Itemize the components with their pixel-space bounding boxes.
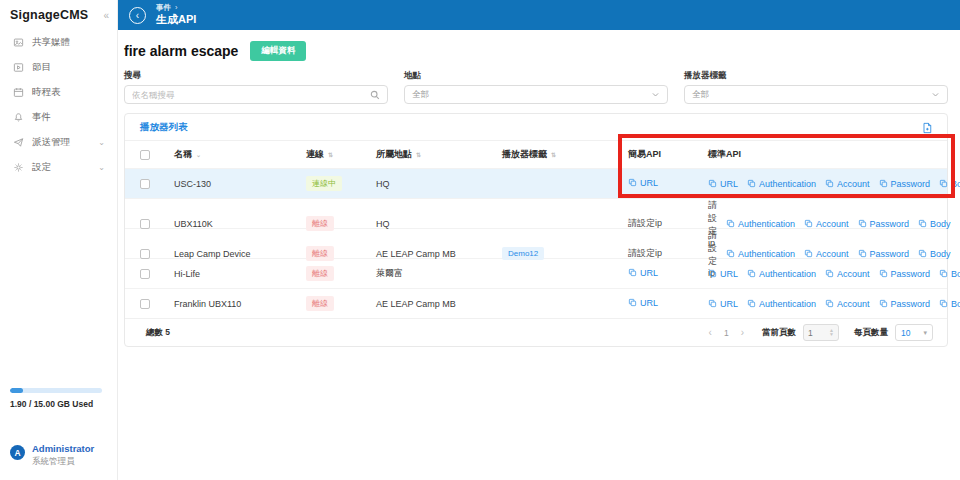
copy-password-link[interactable]: Password — [879, 179, 931, 189]
page-number[interactable]: 1 — [722, 328, 731, 338]
breadcrumb[interactable]: 事件› — [156, 4, 196, 13]
player-name: USC-130 — [165, 179, 297, 189]
player-tag-select[interactable]: 全部 — [684, 85, 948, 104]
total-count: 總數 5 — [146, 327, 170, 339]
table-row[interactable]: USC-130連線中HQURLURLAuthenticationAccountP… — [125, 168, 947, 198]
copy-body-link[interactable]: Body — [918, 249, 951, 259]
sidebar-item-label: 事件 — [32, 111, 51, 124]
column-header-1[interactable]: 名稱⌄ — [165, 148, 297, 161]
copy-url-link[interactable]: URL — [628, 178, 658, 188]
page-header-bar: ‹ 事件› 生成API — [118, 0, 960, 30]
copy-body-link[interactable]: Body — [939, 269, 960, 279]
sort-icon[interactable]: ⌄ — [196, 152, 200, 158]
row-checkbox[interactable] — [140, 179, 150, 189]
export-icon[interactable] — [921, 122, 933, 134]
copy-authentication-link[interactable]: Authentication — [747, 179, 816, 189]
search-input[interactable] — [132, 90, 370, 100]
set-ip-text: 請設定ip — [628, 218, 662, 228]
sidebar-item-4[interactable]: 事件 — [0, 105, 117, 130]
sidebar-item-label: 節目 — [32, 61, 51, 74]
table-row[interactable]: Franklin UBX110離線AE LEAP Camp MBURLURLAu… — [125, 288, 947, 318]
breadcrumb-item[interactable]: 事件 — [156, 3, 171, 12]
breadcrumb-separator: › — [175, 3, 178, 12]
avatar: A — [10, 445, 25, 460]
current-page-input[interactable]: 1 ▲▼ — [803, 324, 839, 341]
copy-icon — [708, 269, 717, 278]
sort-icon[interactable]: ⇅ — [416, 152, 420, 158]
stepper-icons[interactable]: ▲▼ — [829, 329, 834, 336]
copy-icon — [804, 219, 813, 228]
copy-icon — [708, 299, 717, 308]
copy-body-link[interactable]: Body — [918, 219, 951, 229]
copy-url-link[interactable]: URL — [628, 298, 658, 308]
table-body: USC-130連線中HQURLURLAuthenticationAccountP… — [125, 168, 947, 318]
copy-body-link[interactable]: Body — [939, 299, 960, 309]
set-ip-text: 請設定ip — [628, 248, 662, 258]
sort-icon[interactable]: ⇅ — [551, 152, 555, 158]
copy-password-link[interactable]: Password — [858, 249, 910, 259]
storage-progress-fill — [10, 388, 23, 393]
copy-password-link[interactable]: Password — [858, 219, 910, 229]
copy-icon — [879, 269, 888, 278]
row-checkbox[interactable] — [140, 249, 150, 259]
copy-account-link[interactable]: Account — [825, 179, 870, 189]
sidebar-item-label: 派送管理 — [32, 136, 70, 149]
page-size-select[interactable]: 10 ▾ — [895, 324, 933, 341]
copy-authentication-link[interactable]: Authentication — [726, 249, 795, 259]
copy-account-link[interactable]: Account — [825, 269, 870, 279]
media-icon — [13, 37, 24, 48]
player-location: AE LEAP Camp MB — [367, 249, 493, 259]
row-checkbox[interactable] — [140, 219, 150, 229]
sidebar-item-6[interactable]: 設定⌄ — [0, 155, 117, 180]
copy-icon — [939, 269, 948, 278]
search-field[interactable] — [124, 85, 388, 104]
row-checkbox[interactable] — [140, 269, 150, 279]
sidebar-menu: 共享媒體節目時程表事件派送管理⌄設定⌄ — [0, 30, 117, 180]
copy-authentication-link[interactable]: Authentication — [747, 269, 816, 279]
table-row[interactable]: UBX110K離線HQ請設定ip請設定ipAuthenticationAccou… — [125, 198, 947, 228]
copy-account-link[interactable]: Account — [804, 249, 849, 259]
app-logo: SignageCMS — [10, 8, 88, 22]
back-button[interactable]: ‹ — [129, 7, 146, 24]
user-role: 系統管理員 — [32, 456, 94, 468]
copy-authentication-link[interactable]: Authentication — [747, 299, 816, 309]
player-tag-chip: Demo12 — [502, 247, 544, 260]
select-all-checkbox[interactable] — [140, 150, 150, 160]
copy-authentication-link[interactable]: Authentication — [726, 219, 795, 229]
copy-password-link[interactable]: Password — [879, 269, 931, 279]
copy-url-link[interactable]: URL — [628, 268, 658, 278]
copy-url-link[interactable]: URL — [708, 299, 738, 309]
copy-url-link[interactable]: URL — [708, 179, 738, 189]
prev-page-icon[interactable]: ‹ — [706, 327, 715, 338]
schedule-icon — [13, 87, 24, 98]
sidebar-item-2[interactable]: 節目 — [0, 55, 117, 80]
location-select[interactable]: 全部 — [404, 85, 668, 104]
column-header-4[interactable]: 播放器標籤⇅ — [493, 148, 619, 161]
table-row[interactable]: Leap Camp Device離線AE LEAP Camp MBDemo12請… — [125, 228, 947, 258]
storage-progressbar — [10, 388, 102, 393]
sidebar-collapse-icon[interactable]: « — [103, 10, 109, 21]
sort-icon[interactable]: ⇅ — [328, 152, 332, 158]
copy-icon — [708, 179, 717, 188]
user-profile[interactable]: A Administrator 系統管理員 — [10, 443, 107, 472]
copy-password-link[interactable]: Password — [879, 299, 931, 309]
sidebar-item-5[interactable]: 派送管理⌄ — [0, 130, 117, 155]
column-header-3[interactable]: 所屬地點⇅ — [367, 148, 493, 161]
edit-data-button[interactable]: 編輯資料 — [250, 41, 306, 61]
copy-icon — [726, 249, 735, 258]
sidebar-item-3[interactable]: 時程表 — [0, 80, 117, 105]
current-page-label: 當前頁數 — [762, 327, 796, 339]
copy-account-link[interactable]: Account — [825, 299, 870, 309]
column-header-2[interactable]: 連線⇅ — [297, 148, 367, 161]
chevron-down-icon — [651, 90, 660, 99]
copy-account-link[interactable]: Account — [804, 219, 849, 229]
player-name: Hi-Life — [165, 269, 297, 279]
row-checkbox[interactable] — [140, 299, 150, 309]
current-page-value: 1 — [808, 328, 813, 338]
copy-url-link[interactable]: URL — [708, 269, 738, 279]
sidebar-item-1[interactable]: 共享媒體 — [0, 30, 117, 55]
chevron-down-icon: ⌄ — [98, 138, 109, 147]
copy-icon — [879, 299, 888, 308]
next-page-icon[interactable]: › — [738, 327, 747, 338]
copy-body-link[interactable]: Body — [939, 179, 960, 189]
